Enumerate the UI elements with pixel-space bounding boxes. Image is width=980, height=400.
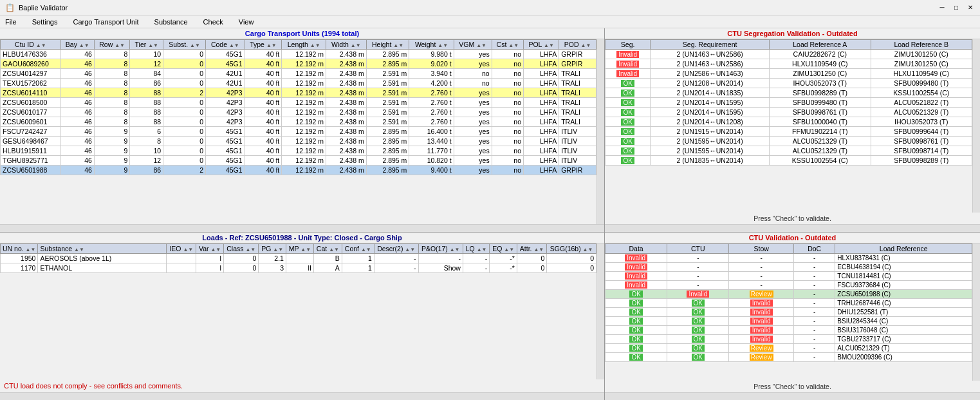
seg-scrollbar-v[interactable] xyxy=(972,39,980,213)
val-table-row[interactable]: OKOKInvalid-DHIU1252581 (T) xyxy=(606,308,972,317)
val-scrollbar-v[interactable] xyxy=(972,243,980,381)
val-col-stow[interactable]: Stow xyxy=(729,244,794,254)
loads-scrollbar-h[interactable] xyxy=(0,392,604,400)
ctu-col-code[interactable]: Code ▲▼ xyxy=(206,40,245,50)
ctu-table-row[interactable]: TGHU892577146912045G140 ft12.192 m2.438 … xyxy=(1,156,596,166)
ctu-table-row[interactable]: ZCSU401429746884042U140 ft12.192 m2.438 … xyxy=(1,69,596,79)
loads-col-mp[interactable]: MP ▲▼ xyxy=(286,244,313,254)
ctu-table-wrapper[interactable]: Ctu ID ▲▼ Bay ▲▼ Row ▲▼ Tier ▲▼ Subst. ▲… xyxy=(0,39,596,224)
seg-col-req[interactable]: Seg. Requirement xyxy=(651,40,770,50)
ctu-table-row[interactable]: ZCSU601411046888242P340 ft12.192 m2.438 … xyxy=(1,88,596,98)
loads-col-sgg[interactable]: SGG(16b) ▲▼ xyxy=(547,244,596,254)
val-table-row[interactable]: Invalid---TCNU1814481 (C) xyxy=(606,272,972,281)
seg-col-seg[interactable]: Seg. xyxy=(606,40,651,50)
val-table-row[interactable]: OKOKInvalid-TGBU2733717 (C) xyxy=(606,335,972,344)
seg-table-row[interactable]: OK2 (UN2014↔UN1595)SFBU0998761 (T)ALCU05… xyxy=(606,108,972,117)
val-table-row[interactable]: Invalid---HLXU8378431 (C) xyxy=(606,254,972,263)
loads-col-var[interactable]: Var ▲▼ xyxy=(196,244,224,254)
ctu-table-row[interactable]: ZCSU650198846986245G140 ft12.192 m2.438 … xyxy=(1,166,596,175)
ctu-col-length[interactable]: Length ▲▼ xyxy=(282,40,326,50)
loads-col-ieo[interactable]: IEO ▲▼ xyxy=(167,244,196,254)
ctu-table-row[interactable]: HLBU147633646810045G140 ft12.192 m2.438 … xyxy=(1,50,596,59)
close-button[interactable]: ✕ xyxy=(966,3,975,12)
loads-col-cat[interactable]: Cat ▲▼ xyxy=(314,244,342,254)
ctu-table-row[interactable]: GESU64984674698045G140 ft12.192 m2.438 m… xyxy=(1,137,596,146)
val-col-doc[interactable]: DoC xyxy=(794,244,835,254)
seg-table-row[interactable]: OK2 (UN1835↔UN2014)KSSU1002554 (C)SFBU09… xyxy=(606,156,972,166)
seg-table-row[interactable]: OK2 (UN1208↔UN2014)IHOU3052073 (T)SFBU09… xyxy=(606,79,972,88)
maximize-button[interactable]: □ xyxy=(952,3,961,12)
val-table-row[interactable]: OKOKReview-ALCU0521329 (T) xyxy=(606,344,972,353)
menu-ctu[interactable]: Cargo Transport Unit xyxy=(70,17,141,26)
val-col-ctu[interactable]: CTU xyxy=(667,244,729,254)
loads-col-attr[interactable]: Attr. ▲▼ xyxy=(517,244,546,254)
ctu-col-tier[interactable]: Tier ▲▼ xyxy=(130,40,163,50)
val-table-row[interactable]: OKOKInvalid-BSIU3176048 (C) xyxy=(606,326,972,335)
seg-table-row[interactable]: Invalid2 (UN2586↔UN1463)ZIMU1301250 (C)H… xyxy=(606,69,972,79)
menu-settings[interactable]: Settings xyxy=(30,17,60,26)
menu-substance[interactable]: Substance xyxy=(152,17,190,26)
seg-table-row[interactable]: OK2 (UN2014↔UN1208)SFBU1000040 (T)IHOU30… xyxy=(606,117,972,127)
val-scrollbar-h[interactable] xyxy=(605,392,980,400)
ctu-table-row[interactable]: ZCSU601017746888042P340 ft12.192 m2.438 … xyxy=(1,108,596,117)
ctu-table-row[interactable]: ZCSU601850046888042P340 ft12.192 m2.438 … xyxy=(1,98,596,108)
seg-table-wrapper[interactable]: Seg. Seg. Requirement Load Reference A L… xyxy=(605,39,972,213)
seg-table-row[interactable]: OK2 (UN1595↔UN2014)ALCU0521329 (T)SFBU09… xyxy=(606,137,972,146)
seg-table-row[interactable]: OK2 (UN2014↔UN1595)SFBU0999480 (T)ALCU05… xyxy=(606,98,972,108)
seg-scrollbar-h[interactable] xyxy=(605,224,980,232)
menu-view[interactable]: View xyxy=(236,17,257,26)
ctu-table-row[interactable]: FSCU72424274696045G140 ft12.192 m2.438 m… xyxy=(1,127,596,137)
menu-check[interactable]: Check xyxy=(201,17,226,26)
ctu-table-row[interactable]: GAOU608926046812045G140 ft12.192 m2.438 … xyxy=(1,59,596,69)
loads-col-conf[interactable]: Conf ▲▼ xyxy=(342,244,374,254)
seg-table-row[interactable]: Invalid2 (UN1463↔UN2586)HLXU1109549 (C)Z… xyxy=(606,59,972,69)
loads-scrollbar-v[interactable] xyxy=(596,243,604,379)
loads-col-po[interactable]: P&O(17) ▲▼ xyxy=(418,244,463,254)
seg-table-row[interactable]: OK2 (UN2014↔UN1835)SFBU0998289 (T)KSSU10… xyxy=(606,88,972,98)
val-table-row[interactable]: Invalid---FSCU9373684 (C) xyxy=(606,281,972,290)
ctu-val-wrapper[interactable]: Data CTU Stow DoC Load Reference Invalid… xyxy=(605,243,972,381)
loads-col-descr[interactable]: Descr(2) ▲▼ xyxy=(374,244,418,254)
val-col-ref[interactable]: Load Reference xyxy=(835,244,972,254)
ctu-col-width[interactable]: Width ▲▼ xyxy=(326,40,367,50)
ctu-col-bay[interactable]: Bay ▲▼ xyxy=(60,40,94,50)
ctu-table-row[interactable]: ZCSU600960146888042P340 ft12.192 m2.438 … xyxy=(1,117,596,127)
val-table-row[interactable]: OKOKInvalid-TRHU2687446 (C) xyxy=(606,299,972,308)
ctu-col-subst[interactable]: Subst. ▲▼ xyxy=(163,40,206,50)
ctu-table-row[interactable]: HLBU191591146910045G140 ft12.192 m2.438 … xyxy=(1,146,596,156)
ctu-scrollbar-v[interactable] xyxy=(596,39,604,224)
val-table-row[interactable]: OKInvalidReview-ZCSU6501988 (C) xyxy=(606,290,972,299)
seg-col-refa[interactable]: Load Reference A xyxy=(770,40,871,50)
ctu-col-height[interactable]: Height ▲▼ xyxy=(366,40,409,50)
loads-col-un[interactable]: UN no. ▲▼ xyxy=(1,244,38,254)
loads-col-pg[interactable]: PG ▲▼ xyxy=(259,244,286,254)
loads-col-class[interactable]: Class ▲▼ xyxy=(224,244,259,254)
ctu-col-vgm[interactable]: VGM ▲▼ xyxy=(454,40,492,50)
ctu-col-weight[interactable]: Weight ▲▼ xyxy=(409,40,454,50)
seg-col-refb[interactable]: Load Reference B xyxy=(871,40,972,50)
loads-col-eq[interactable]: EQ ▲▼ xyxy=(490,244,517,254)
val-col-data[interactable]: Data xyxy=(606,244,667,254)
seg-table-row[interactable]: OK2 (UN1595↔UN2014)ALCU0521329 (T)SFBU09… xyxy=(606,146,972,156)
minimize-button[interactable]: ─ xyxy=(938,3,947,12)
seg-table-row[interactable]: Invalid2 (UN1463↔UN2586)CAIU2282672 (C)Z… xyxy=(606,50,972,59)
ctu-col-cst[interactable]: Cst ▲▼ xyxy=(492,40,523,50)
loads-table-wrapper[interactable]: UN no. ▲▼ Substance ▲▼ IEO ▲▼ Var ▲▼ Cla… xyxy=(0,243,596,379)
ctu-col-id[interactable]: Ctu ID ▲▼ xyxy=(1,40,61,50)
seg-table-row[interactable]: OK2 (UN1915↔UN2014)FFMU1902214 (T)SFBU09… xyxy=(606,127,972,137)
loads-col-lq[interactable]: LQ ▲▼ xyxy=(463,244,489,254)
loads-table-row[interactable]: 1950AEROSOLS (above 1L)I02.1B1----*00 xyxy=(1,254,596,263)
ctu-scrollbar-h[interactable] xyxy=(0,224,604,232)
loads-table-row[interactable]: 1170ETHANOLI03IIA1-Show--*00 xyxy=(1,263,596,273)
ctu-col-row[interactable]: Row ▲▼ xyxy=(94,40,130,50)
menu-file[interactable]: File xyxy=(3,17,19,26)
val-table-row[interactable]: Invalid---ECBU4638194 (C) xyxy=(606,263,972,272)
val-table-row[interactable]: OKOKReview-BMOU2009396 (C) xyxy=(606,353,972,362)
ctu-table-row[interactable]: TEXU157206246886042U140 ft12.192 m2.438 … xyxy=(1,79,596,88)
ctu-col-pod[interactable]: POD ▲▼ xyxy=(559,40,596,50)
val-table-row[interactable]: OKOKInvalid-BSIU2845344 (C) xyxy=(606,317,972,326)
ctu-col-type[interactable]: Type ▲▼ xyxy=(245,40,282,50)
loads-table: UN no. ▲▼ Substance ▲▼ IEO ▲▼ Var ▲▼ Cla… xyxy=(0,243,596,273)
loads-col-substance[interactable]: Substance ▲▼ xyxy=(38,244,167,254)
ctu-col-pol[interactable]: POL ▲▼ xyxy=(524,40,559,50)
